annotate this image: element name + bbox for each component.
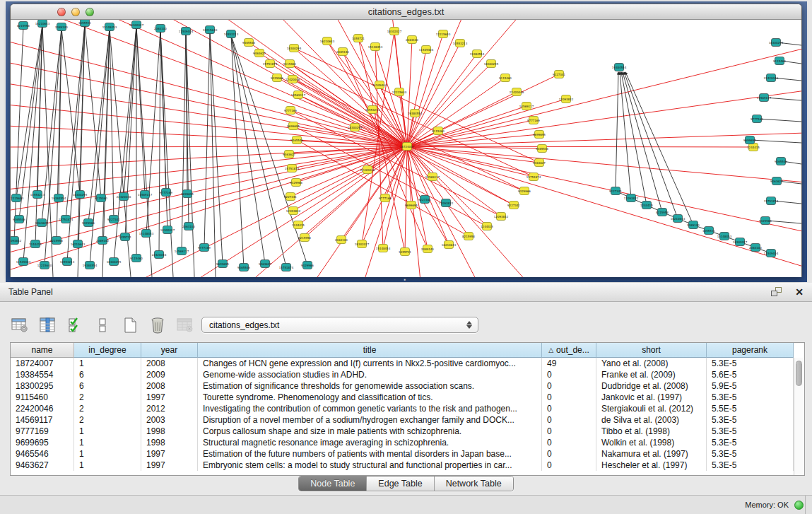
graph-node[interactable]: 18302027 [733, 238, 748, 246]
graph-node[interactable]: 9465546 [290, 136, 303, 144]
graph-edge[interactable] [160, 30, 173, 277]
graph-edge[interactable] [11, 146, 407, 253]
table-cell[interactable]: 49 [542, 358, 596, 369]
graph-node[interactable]: 2089140 [336, 48, 349, 56]
graph-node[interactable]: 12215640 [203, 26, 218, 34]
close-button[interactable] [57, 8, 66, 16]
graph-node[interactable]: 2089140 [96, 237, 109, 245]
graph-node[interactable]: 19384554 [470, 50, 485, 58]
table-cell[interactable]: Nakamura et al. (1997) [596, 448, 707, 460]
graph-node[interactable]: 18300295 [348, 124, 363, 132]
graph-node[interactable]: 14569117 [175, 247, 189, 255]
column-header-in_degree[interactable]: in_degree [74, 343, 141, 358]
graph-node[interactable]: 9463627 [533, 159, 546, 167]
table-cell[interactable]: 9699695 [11, 437, 74, 448]
graph-node[interactable]: 9227341 [553, 71, 565, 78]
graph-node[interactable]: 1244415 [29, 240, 42, 248]
graph-node[interactable]: 15751874 [59, 216, 73, 223]
table-cell[interactable]: 0 [542, 380, 596, 392]
table-cell[interactable]: 0 [542, 369, 596, 380]
graph-node[interactable]: 15148453 [368, 43, 383, 51]
table-cell[interactable]: 0 [542, 426, 596, 437]
graph-edge[interactable] [407, 40, 412, 146]
table-cell[interactable]: 14569117 [11, 414, 74, 426]
graph-node[interactable]: 11549404 [419, 46, 434, 54]
table-row[interactable]: 946554611997Estimation of the future num… [11, 448, 804, 460]
table-row[interactable]: 1456911722003Disruption of a novel membe… [11, 414, 804, 426]
graph-node[interactable]: 11549404 [372, 81, 387, 89]
graph-node[interactable]: 9115460 [773, 57, 786, 65]
graph-edge[interactable] [407, 133, 801, 146]
graph-edge[interactable] [616, 72, 618, 191]
graph-node[interactable]: 9463627 [253, 49, 266, 57]
graph-node[interactable]: 9115460 [432, 127, 445, 135]
graph-node[interactable]: 9329966 [518, 187, 531, 195]
table-cell[interactable]: 5.3E-5 [707, 414, 794, 426]
table-row[interactable]: 969969511998Structural magnetic resonanc… [11, 437, 804, 448]
graph-node[interactable]: 16210643 [671, 215, 686, 223]
table-cell[interactable]: Estimation of significance thresholds fo… [198, 380, 542, 392]
graph-node[interactable]: 18300295 [73, 191, 88, 199]
graph-edge[interactable] [146, 30, 160, 233]
graph-node[interactable]: 9463627 [259, 260, 271, 268]
graph-edge[interactable] [758, 119, 801, 122]
graph-edge[interactable] [293, 146, 407, 211]
graph-node[interactable]: 1244415 [481, 223, 493, 230]
table-cell[interactable]: 9463627 [11, 460, 74, 471]
graph-node[interactable]: 9227341 [418, 196, 431, 204]
graph-node[interactable]: 11549404 [16, 258, 31, 266]
graph-edge[interactable] [231, 35, 265, 264]
table-source-select[interactable]: citations_edges.txt [201, 317, 478, 333]
show-columns-icon[interactable] [37, 315, 57, 335]
graph-node[interactable]: 9777169 [751, 115, 763, 123]
graph-node[interactable]: 18300295 [769, 39, 784, 47]
graph-node[interactable]: 10553213 [224, 30, 239, 38]
vertical-scrollbar[interactable] [794, 358, 804, 475]
table-cell[interactable]: Tourette syndrome. Phenomenology and cla… [198, 392, 542, 403]
table-cell[interactable]: Jankovic et al. (1997) [596, 392, 707, 403]
table-cell[interactable]: 1997 [141, 392, 198, 403]
graph-node[interactable]: 15751874 [764, 197, 779, 205]
graph-edge[interactable] [210, 31, 223, 264]
graph-edge[interactable] [11, 146, 407, 189]
minimize-button[interactable] [71, 8, 80, 16]
table-cell[interactable]: 5.3E-5 [707, 426, 794, 437]
table-cell[interactable]: 0 [542, 448, 596, 460]
table-cell[interactable]: 5.3E-5 [707, 358, 794, 369]
graph-edge[interactable] [407, 146, 524, 191]
network-window-titlebar[interactable]: citations_edges.txt [11, 4, 801, 20]
citation-network-graph[interactable]: 1872400718300295911546022420046145691179… [11, 20, 801, 277]
graph-node[interactable]: 2063100 [154, 25, 167, 33]
graph-node[interactable]: 9115460 [283, 60, 296, 68]
graph-edge[interactable] [160, 30, 166, 192]
table-cell[interactable]: 2012 [141, 403, 198, 414]
graph-node[interactable]: 22420046 [152, 251, 167, 259]
graph-node[interactable]: 19384554 [52, 194, 66, 202]
graph-node[interactable]: 14569117 [138, 191, 153, 199]
graph-node[interactable]: 2089140 [687, 221, 700, 229]
table-cell[interactable]: 19384554 [11, 369, 74, 380]
table-row[interactable]: 2242004622012Investigating the contribut… [11, 403, 804, 414]
graph-edge[interactable] [204, 31, 210, 247]
graph-node[interactable]: 9227341 [609, 187, 622, 195]
table-cell[interactable]: 5.9E-5 [707, 380, 794, 392]
graph-node[interactable]: 12093832 [559, 95, 574, 103]
table-cell[interactable]: Investigating the contribution of common… [198, 403, 542, 414]
table-cell[interactable]: Structural magnetic resonance image aver… [198, 437, 542, 448]
graph-node[interactable]: 1055721 [78, 20, 91, 27]
graph-node[interactable]: 16210643 [35, 20, 50, 28]
graph-node[interactable]: 18302027 [355, 240, 370, 248]
create-column-icon[interactable] [120, 315, 140, 335]
table-cell[interactable]: Embryonic stem cells: a model to study s… [198, 460, 542, 471]
column-header-title[interactable]: title [198, 343, 542, 358]
select-all-rows-icon[interactable] [65, 315, 85, 335]
graph-edge[interactable] [231, 35, 244, 267]
graph-edge[interactable] [405, 146, 407, 252]
table-cell[interactable]: 0 [542, 392, 596, 403]
graph-edge[interactable] [85, 24, 101, 198]
graph-edge[interactable] [231, 35, 286, 267]
delete-column-icon[interactable] [148, 315, 167, 335]
table-cell[interactable]: Estimation of the future numbers of pati… [198, 448, 542, 460]
table-cell[interactable]: 1998 [141, 426, 198, 437]
graph-node[interactable]: 1055721 [352, 35, 365, 42]
